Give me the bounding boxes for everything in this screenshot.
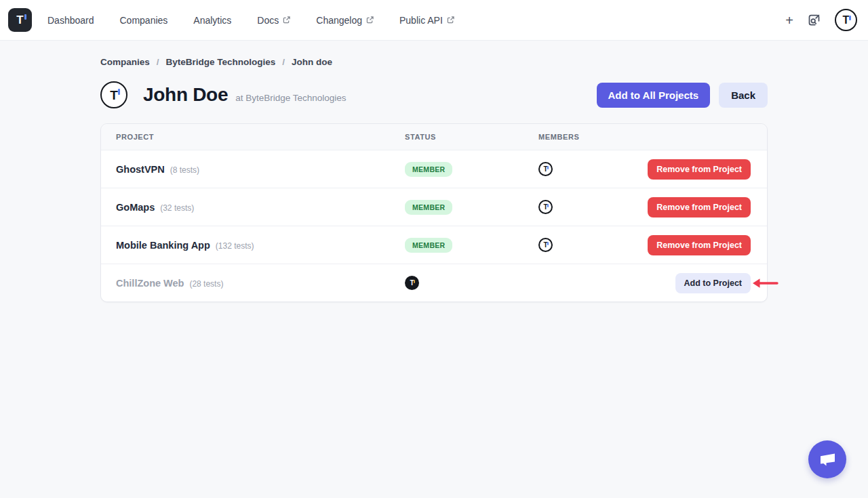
chat-widget-button[interactable] (808, 440, 846, 478)
project-name: Mobile Banking App (116, 240, 210, 251)
nav-link-label: Changelog (316, 15, 362, 26)
nav-link[interactable]: Companies (120, 15, 168, 26)
project-test-count: (8 tests) (170, 165, 199, 175)
chat-bubble-icon (818, 451, 837, 468)
user-avatar-letter: T (843, 15, 850, 26)
status-badge: Member (405, 162, 452, 177)
project-test-count: (32 tests) (160, 203, 194, 213)
column-header-project: Project (116, 133, 405, 141)
profile-actions: Add to All Projects Back (597, 83, 768, 108)
user-avatar[interactable]: T (835, 9, 857, 31)
project-name: GhostVPN (116, 164, 165, 175)
nav-link[interactable]: Docs (257, 15, 290, 26)
breadcrumb-separator: / (157, 57, 159, 67)
member-avatar: T (538, 238, 553, 252)
external-link-icon (366, 16, 374, 24)
project-cell: GoMaps (32 tests) (116, 202, 405, 213)
status-badge: Member (405, 238, 452, 253)
members-cell: T (538, 162, 648, 176)
user-avatar-tick-icon (849, 16, 851, 20)
brand-logo-tick-icon (24, 14, 26, 20)
nav-link-label: Analytics (193, 15, 231, 26)
action-cell: Remove from Project (648, 197, 751, 217)
table-row: GhostVPN (8 tests) Member T Remove from … (101, 150, 767, 188)
profile-avatar-tick-icon (118, 89, 121, 95)
row-action-button[interactable]: Remove from Project (648, 235, 751, 255)
breadcrumb-item[interactable]: ByteBridge Technologies (166, 57, 276, 67)
table-header-row: Project Status Members (101, 124, 767, 150)
profile-avatar-letter: T (110, 89, 118, 102)
red-arrow-annotation (751, 277, 778, 289)
project-test-count: (132 tests) (216, 241, 254, 251)
column-header-members: Members (538, 133, 751, 141)
action-cell: Remove from Project (648, 159, 751, 180)
member-avatar-tick-icon (547, 204, 549, 207)
brand-logo-letter: T (16, 14, 23, 26)
nav-link[interactable]: Dashboard (47, 15, 94, 26)
row-action-button[interactable]: Remove from Project (648, 197, 751, 217)
profile-avatar: T (100, 81, 127, 108)
row-action-button[interactable]: Remove from Project (648, 159, 751, 180)
nav-link[interactable]: Analytics (193, 15, 231, 26)
member-avatar-tick-icon (547, 166, 549, 169)
member-avatar-tick-icon (547, 242, 549, 245)
nav-link-label: Companies (120, 15, 168, 26)
plus-icon[interactable]: + (785, 14, 793, 27)
nav-link-label: Dashboard (47, 15, 94, 26)
breadcrumb-separator: / (282, 57, 285, 67)
project-name: ChillZone Web (116, 278, 184, 289)
member-avatar: T (538, 162, 553, 176)
project-test-count: (28 tests) (189, 279, 223, 289)
profile-header: T John Doe at ByteBridge Technologies Ad… (100, 81, 768, 108)
page-subtitle: at ByteBridge Technologies (235, 93, 346, 103)
member-avatar: T (538, 200, 553, 214)
top-navbar: T Dashboard Companies Analytics Docs (0, 0, 868, 41)
main-content: Companies / ByteBridge Technologies / Jo… (100, 57, 768, 302)
nav-links: Dashboard Companies Analytics Docs (47, 15, 454, 26)
table-body: GhostVPN (8 tests) Member T Remove from … (101, 150, 767, 302)
search-bubble-icon[interactable] (807, 13, 821, 27)
status-badge: Member (405, 200, 452, 215)
nav-right-controls: + T (785, 9, 857, 31)
table-row: ChillZone Web (28 tests) T Add to Projec… (101, 264, 767, 302)
nav-link[interactable]: Changelog (316, 15, 374, 26)
back-button[interactable]: Back (719, 83, 768, 108)
external-link-icon (447, 16, 454, 24)
action-cell: Remove from Project (648, 235, 751, 255)
breadcrumb-item[interactable]: John doe (292, 57, 332, 67)
project-cell: ChillZone Web (28 tests) (116, 278, 405, 289)
add-to-all-projects-button[interactable]: Add to All Projects (597, 83, 711, 108)
column-header-status: Status (405, 133, 538, 141)
table-row: GoMaps (32 tests) Member T Remove from P… (101, 188, 767, 226)
member-avatar-tick-icon (414, 280, 415, 283)
project-cell: Mobile Banking App (132 tests) (116, 240, 405, 251)
project-name: GoMaps (116, 202, 155, 213)
row-action-button[interactable]: Add to Project (675, 273, 751, 293)
external-link-icon (283, 16, 290, 24)
table-row: Mobile Banking App (132 tests) Member T … (101, 226, 767, 264)
page-title: John Doe (143, 84, 228, 106)
member-avatar: T (405, 276, 419, 290)
nav-link[interactable]: Public API (399, 15, 454, 26)
action-cell: Add to Project (675, 273, 751, 293)
breadcrumb: Companies / ByteBridge Technologies / Jo… (100, 57, 768, 67)
project-cell: GhostVPN (8 tests) (116, 164, 405, 175)
title-wrap: John Doe at ByteBridge Technologies (143, 84, 347, 106)
members-cell: T (538, 238, 648, 252)
projects-table: Project Status Members GhostVPN (8 tests… (100, 123, 768, 302)
members-cell: T (405, 276, 538, 290)
members-cell: T (538, 200, 648, 214)
brand-logo[interactable]: T (8, 8, 32, 32)
breadcrumb-item[interactable]: Companies (100, 57, 150, 67)
nav-link-label: Docs (257, 15, 279, 26)
nav-link-label: Public API (399, 15, 443, 26)
